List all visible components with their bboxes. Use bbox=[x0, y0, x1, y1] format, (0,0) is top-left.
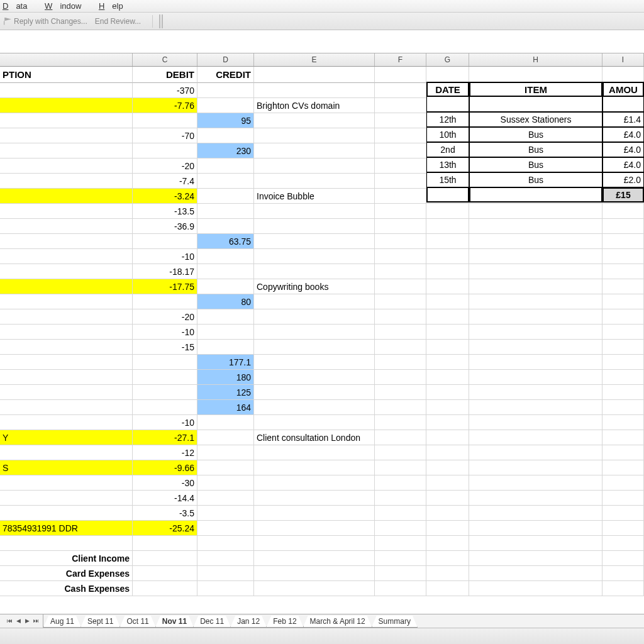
cell-credit[interactable] bbox=[197, 174, 254, 189]
cell-desc[interactable] bbox=[0, 475, 133, 491]
cell-note[interactable] bbox=[254, 249, 375, 264]
side-cell-date[interactable]: 2nd bbox=[426, 142, 469, 157]
side-cell-amount[interactable]: £4.0 bbox=[602, 157, 644, 172]
end-review-button[interactable]: End Review... bbox=[95, 17, 141, 26]
cell-credit[interactable]: 95 bbox=[197, 113, 254, 128]
cell-note[interactable] bbox=[254, 506, 375, 521]
cell-desc[interactable] bbox=[0, 174, 133, 189]
cell-debit[interactable]: -18.17 bbox=[133, 264, 197, 279]
cell-desc[interactable] bbox=[0, 309, 133, 325]
cell-credit[interactable]: 230 bbox=[197, 143, 254, 158]
side-cell-item[interactable]: Bus bbox=[469, 172, 602, 187]
col-header-h[interactable]: H bbox=[469, 53, 602, 66]
sheet-tab[interactable]: Feb 12 bbox=[266, 616, 303, 628]
side-cell-date[interactable]: 13th bbox=[426, 157, 469, 172]
header-debit[interactable]: DEBIT bbox=[133, 67, 197, 83]
cell-note[interactable] bbox=[254, 581, 375, 596]
col-header-f[interactable]: F bbox=[375, 53, 426, 66]
cell-desc[interactable]: Cash Expenses bbox=[0, 581, 133, 596]
cell-note[interactable] bbox=[254, 128, 375, 143]
cell-desc[interactable]: Card Expenses bbox=[0, 566, 133, 581]
cell-desc[interactable] bbox=[0, 294, 133, 309]
cell-note[interactable] bbox=[254, 309, 375, 325]
cell-credit[interactable] bbox=[197, 581, 254, 596]
cell-credit[interactable] bbox=[197, 83, 254, 98]
cell-debit[interactable]: -70 bbox=[133, 128, 197, 143]
cell-credit[interactable]: 180 bbox=[197, 370, 254, 385]
cell-debit[interactable]: -20 bbox=[133, 158, 197, 174]
cell-credit[interactable] bbox=[197, 475, 254, 491]
cell-credit[interactable] bbox=[197, 506, 254, 521]
tab-nav-first-icon[interactable]: ⏮ bbox=[5, 616, 14, 625]
side-cell-date[interactable]: 15th bbox=[426, 172, 469, 187]
header-credit[interactable]: CREDIT bbox=[197, 67, 254, 83]
cell-desc[interactable] bbox=[0, 189, 133, 204]
side-cell-date[interactable]: 10th bbox=[426, 127, 469, 142]
cell-desc[interactable] bbox=[0, 113, 133, 128]
cell-note[interactable] bbox=[254, 566, 375, 581]
cell-debit[interactable]: -10 bbox=[133, 325, 197, 340]
cell-desc[interactable] bbox=[0, 340, 133, 355]
cell-debit[interactable]: -3.24 bbox=[133, 189, 197, 204]
cell-desc[interactable] bbox=[0, 415, 133, 430]
cell-desc[interactable]: Client Income bbox=[0, 551, 133, 566]
cell-note[interactable] bbox=[254, 294, 375, 309]
tab-nav-next-icon[interactable]: ▶ bbox=[23, 616, 31, 625]
menu-window[interactable]: Window bbox=[45, 1, 89, 11]
cell-desc[interactable] bbox=[0, 249, 133, 264]
cell-credit[interactable] bbox=[197, 325, 254, 340]
cell-note[interactable] bbox=[254, 83, 375, 98]
cell-debit[interactable] bbox=[133, 551, 197, 566]
cell-desc[interactable] bbox=[0, 325, 133, 340]
cell-debit[interactable]: -20 bbox=[133, 309, 197, 325]
cell-desc[interactable] bbox=[0, 158, 133, 174]
sheet-tab[interactable]: Sept 11 bbox=[80, 616, 120, 628]
cell-credit[interactable] bbox=[197, 491, 254, 506]
cell-debit[interactable] bbox=[133, 355, 197, 370]
cell-note[interactable] bbox=[254, 143, 375, 158]
cell-desc[interactable] bbox=[0, 355, 133, 370]
cell-note[interactable] bbox=[254, 158, 375, 174]
cell-note[interactable] bbox=[254, 264, 375, 279]
cell-credit[interactable] bbox=[197, 340, 254, 355]
cell-credit[interactable]: 125 bbox=[197, 385, 254, 400]
cell-note[interactable] bbox=[254, 415, 375, 430]
cell-note[interactable]: Copywriting books bbox=[254, 279, 375, 294]
cell-desc[interactable] bbox=[0, 491, 133, 506]
menu-data[interactable]: Data bbox=[3, 1, 35, 11]
cell-desc[interactable]: Y bbox=[0, 430, 133, 445]
sheet-tab[interactable]: Oct 11 bbox=[119, 616, 155, 628]
cell-debit[interactable]: -10 bbox=[133, 415, 197, 430]
col-header-c[interactable]: C bbox=[133, 53, 197, 66]
cell-note[interactable] bbox=[254, 521, 375, 536]
side-header-date[interactable]: DATE bbox=[426, 82, 469, 97]
side-cell-item[interactable]: Sussex Stationers bbox=[469, 112, 602, 127]
side-cell-amount[interactable]: £4.0 bbox=[602, 142, 644, 157]
tab-nav-last-icon[interactable]: ⏭ bbox=[31, 616, 40, 625]
cell-credit[interactable] bbox=[197, 128, 254, 143]
cell-credit[interactable] bbox=[197, 158, 254, 174]
cell-credit[interactable]: 63.75 bbox=[197, 234, 254, 249]
cell-debit[interactable]: -30 bbox=[133, 475, 197, 491]
cell-credit[interactable] bbox=[197, 264, 254, 279]
cell-desc[interactable] bbox=[0, 400, 133, 415]
col-header-e[interactable]: E bbox=[254, 53, 375, 66]
cell-note[interactable] bbox=[254, 445, 375, 460]
reply-changes-button[interactable]: Reply with Changes... bbox=[14, 17, 87, 26]
cell-note[interactable] bbox=[254, 325, 375, 340]
cell-desc[interactable] bbox=[0, 279, 133, 294]
cell-note[interactable] bbox=[254, 460, 375, 475]
cell-credit[interactable]: 164 bbox=[197, 400, 254, 415]
cell-debit[interactable] bbox=[133, 294, 197, 309]
cell-debit[interactable] bbox=[133, 113, 197, 128]
cell-credit[interactable] bbox=[197, 98, 254, 113]
cell-credit[interactable] bbox=[197, 445, 254, 460]
cell-note[interactable] bbox=[254, 370, 375, 385]
cell-debit[interactable] bbox=[133, 566, 197, 581]
cell-desc[interactable] bbox=[0, 264, 133, 279]
cell-debit[interactable]: -13.5 bbox=[133, 204, 197, 219]
cell-desc[interactable]: 78354931991 DDR bbox=[0, 521, 133, 536]
cell-credit[interactable] bbox=[197, 219, 254, 234]
cell-debit[interactable]: -27.1 bbox=[133, 430, 197, 445]
sheet-tab[interactable]: Aug 11 bbox=[43, 616, 81, 628]
